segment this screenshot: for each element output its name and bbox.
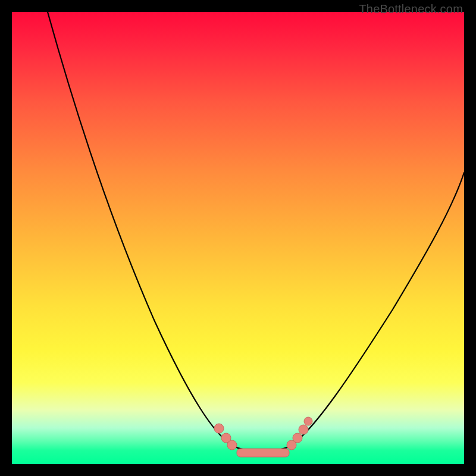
marker-flat-bar (237, 449, 289, 457)
curve-left-branch (48, 12, 232, 445)
marker-dot (227, 440, 237, 450)
curve-markers (214, 417, 312, 457)
attribution-text: TheBottleneck.com (359, 2, 463, 16)
curve-right-branch (292, 173, 464, 445)
marker-dot (299, 425, 308, 434)
marker-dot (304, 417, 312, 425)
chart-frame (12, 12, 464, 464)
marker-dot (293, 433, 302, 443)
marker-dot (214, 424, 224, 433)
bottleneck-curve (12, 12, 464, 464)
